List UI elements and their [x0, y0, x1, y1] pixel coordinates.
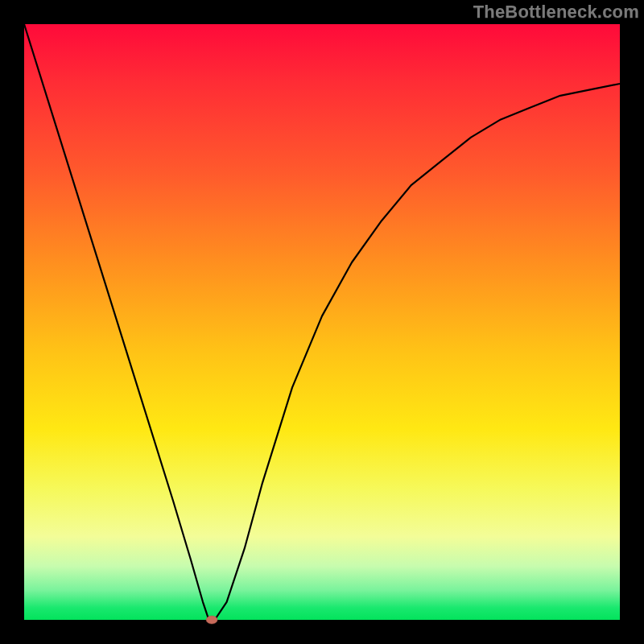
watermark-text: TheBottleneck.com — [473, 2, 639, 23]
optimal-point-marker — [206, 616, 217, 624]
bottleneck-curve-path — [24, 24, 620, 620]
curve-svg — [24, 24, 620, 620]
plot-area — [24, 24, 620, 620]
chart-frame: TheBottleneck.com — [0, 0, 644, 644]
